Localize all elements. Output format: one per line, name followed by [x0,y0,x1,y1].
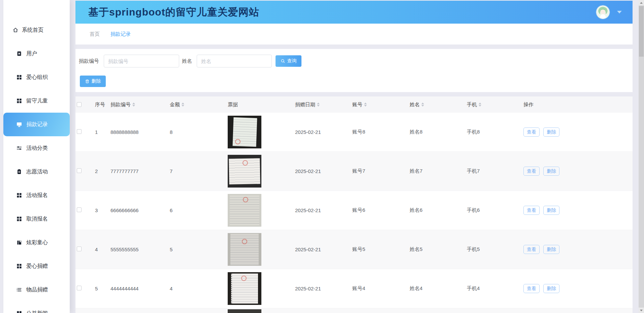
name-input[interactable] [197,55,272,67]
row-delete-button[interactable]: 删除 [543,206,559,215]
cell-phone: 手机7 [467,168,523,174]
receipt-photo[interactable] [228,233,261,266]
sort-carets-icon[interactable] [132,103,135,107]
sidebar-item-label: 用户 [26,50,37,57]
view-button[interactable]: 查看 [523,206,540,215]
cell-name: 姓名8 [410,129,467,135]
scrollbar-thumb[interactable] [639,6,644,57]
search-button[interactable]: 查询 [276,55,301,67]
column-header-9: 操作 [523,102,633,108]
column-header-3[interactable]: 金额 [170,102,228,108]
column-header-7[interactable]: 姓名 [410,102,467,108]
view-button[interactable]: 查看 [523,167,540,176]
grid-icon [16,192,22,198]
cell-account: 账号4 [352,285,410,292]
sidebar-item-label: 活动分类 [26,145,48,152]
row-delete-button[interactable]: 删除 [543,127,559,137]
row-checkbox[interactable] [77,247,82,251]
receipt-photo[interactable] [228,155,261,188]
cell-phone: 手机8 [467,129,523,135]
breadcrumb-tab-2[interactable]: 捐款记录 [110,31,131,37]
search-button-label: 查询 [287,58,297,64]
receipt-photo[interactable] [228,272,261,305]
sidebar-item-10[interactable]: 炫彩童心 [3,231,70,254]
view-button[interactable]: 查看 [523,127,540,137]
receipt-red-stamp [241,276,247,281]
donation-id-input[interactable] [104,55,179,67]
cell-name: 姓名4 [410,285,467,292]
cell-donation-id: 4444444444 [110,286,170,291]
sidebar-item-7[interactable]: 志愿活动 [3,160,70,183]
column-header-2[interactable]: 捐款编号 [110,102,170,108]
receipt-photo[interactable] [228,116,261,148]
view-button[interactable]: 查看 [523,245,540,254]
column-header-5[interactable]: 捐赠日期 [295,102,352,108]
row-checkbox[interactable] [77,286,82,290]
sidebar-item-8[interactable]: 活动报名 [3,183,70,207]
cell-donation-id: 8888888888 [110,129,170,135]
sidebar-item-2[interactable]: 用户 [3,42,70,65]
row-checkbox[interactable] [77,207,82,212]
sidebar-item-13[interactable]: 公益新闻 [3,302,70,313]
book-icon [16,239,22,246]
monitor-icon [16,121,22,127]
table-row-partial [75,308,633,313]
breadcrumb-tab-1[interactable]: 首页 [90,31,100,37]
sidebar-item-label: 取消报名 [26,216,48,223]
cell-index: 4 [91,247,110,252]
table-row: 4 5555555555 5 2025-02-21 账号5 姓名5 手机5 查看… [75,230,633,269]
table-row: 3 6666666666 6 2025-02-21 账号6 姓名6 手机6 查看… [75,191,633,230]
cell-donation-date: 2025-02-21 [295,286,352,291]
vertical-scrollbar[interactable] [639,0,644,313]
sidebar-item-1[interactable]: 系统首页 [3,18,70,42]
scroll-up-arrow[interactable] [639,0,644,5]
cell-index: 3 [91,207,110,213]
column-header-8[interactable]: 手机 [467,102,523,108]
column-label: 票据 [228,102,238,108]
grid-icon [16,216,22,222]
receipt-red-stamp [243,197,248,202]
cell-amount: 5 [170,247,228,252]
cell-donation-id: 7777777777 [110,168,170,174]
sidebar-item-5[interactable]: 捐款记录 [3,113,70,136]
delete-button-label: 删除 [92,78,101,84]
receipt-photo[interactable] [228,194,261,227]
row-delete-button[interactable]: 删除 [543,284,559,293]
search-icon [281,59,285,63]
grid-icon [16,310,22,313]
scroll-down-arrow[interactable] [639,308,644,313]
select-all-checkbox[interactable] [77,102,82,107]
row-checkbox[interactable] [77,129,82,134]
delete-button[interactable]: 删除 [80,76,106,87]
row-delete-button[interactable]: 删除 [543,167,559,176]
column-label: 序号 [95,102,105,108]
row-checkbox[interactable] [77,168,82,173]
app-header: 基于springboot的留守儿童关爱网站 [75,1,633,24]
sidebar-item-3[interactable]: 爱心组织 [3,65,70,89]
sidebar-item-9[interactable]: 取消报名 [3,207,70,231]
clipboard-icon [16,169,22,175]
column-header-4: 票据 [228,102,295,108]
view-button[interactable]: 查看 [523,284,540,293]
column-label: 操作 [523,102,534,108]
sidebar-item-6[interactable]: 活动分类 [3,136,70,160]
sort-carets-icon[interactable] [364,103,367,107]
chevron-down-icon[interactable] [617,11,622,13]
sort-carets-icon[interactable] [182,103,184,107]
cell-donation-date: 2025-02-21 [295,168,352,174]
grid-icon [16,263,22,269]
cell-donation-id: 6666666666 [110,207,170,213]
sidebar-item-4[interactable]: 留守儿童 [3,89,70,113]
sidebar-item-11[interactable]: 爱心捐赠 [3,254,70,278]
sidebar-item-12[interactable]: 物品捐赠 [3,278,70,302]
row-delete-button[interactable]: 删除 [543,245,559,254]
user-avatar[interactable] [596,5,610,19]
sidebar-item-label: 爱心组织 [26,74,48,81]
sort-carets-icon[interactable] [479,103,481,107]
table-row: 1 8888888888 8 2025-02-21 账号8 姓名8 手机8 查看… [75,113,633,152]
sort-carets-icon[interactable] [317,103,320,107]
table-row: 5 4444444444 4 2025-02-21 账号4 姓名4 手机4 查看… [75,269,633,308]
column-header-6[interactable]: 账号 [352,102,410,108]
clipboard-x-icon [16,51,22,57]
sort-carets-icon[interactable] [421,103,424,107]
